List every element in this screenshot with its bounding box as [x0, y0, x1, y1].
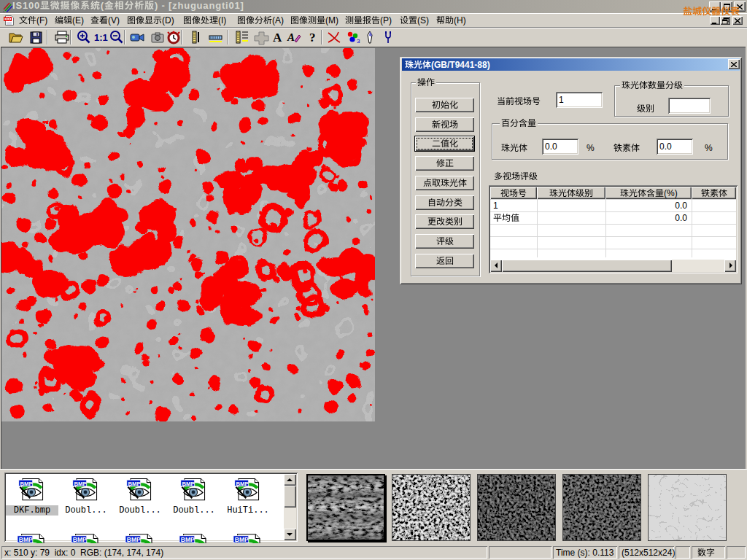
svg-text:(D): (D): [162, 15, 174, 26]
svg-text:(H): (H): [454, 15, 466, 26]
svg-text:(E): (E): [72, 15, 84, 26]
svg-text:(M): (M): [325, 15, 338, 26]
svg-text:(P): (P): [380, 15, 392, 26]
svg-text:BMP: BMP: [127, 536, 141, 543]
svg-text:(: (: [101, 1, 104, 11]
svg-text:(GB/T9441-88): (GB/T9441-88): [431, 60, 490, 70]
svg-text:?: ?: [309, 31, 316, 44]
svg-text:A: A: [273, 31, 282, 44]
svg-text:BMP: BMP: [182, 481, 194, 487]
svg-text:BMP: BMP: [181, 536, 195, 543]
svg-text:BMP: BMP: [128, 481, 140, 487]
svg-text:(%): (%): [664, 188, 678, 198]
svg-text:BMP: BMP: [19, 536, 33, 543]
svg-text:BMP: BMP: [73, 536, 87, 543]
svg-text:(V): (V): [108, 15, 120, 26]
svg-text:A: A: [287, 31, 295, 43]
svg-text:(F): (F): [36, 15, 47, 26]
svg-text:BMP: BMP: [20, 481, 32, 487]
svg-text:DOC: DOC: [4, 18, 12, 21]
svg-text:(I): (I): [218, 15, 226, 26]
svg-text:BMP: BMP: [236, 481, 248, 487]
svg-text:IS100: IS100: [12, 1, 40, 11]
svg-text:) - [zhuguangti01]: ) - [zhuguangti01]: [155, 1, 244, 11]
svg-text:(A): (A): [272, 15, 284, 26]
svg-text:3: 3: [357, 38, 360, 44]
svg-text:(S): (S): [417, 15, 429, 26]
svg-text:BMP: BMP: [235, 536, 249, 543]
svg-text:BMP: BMP: [74, 481, 86, 487]
svg-text:1:1: 1:1: [94, 32, 108, 43]
